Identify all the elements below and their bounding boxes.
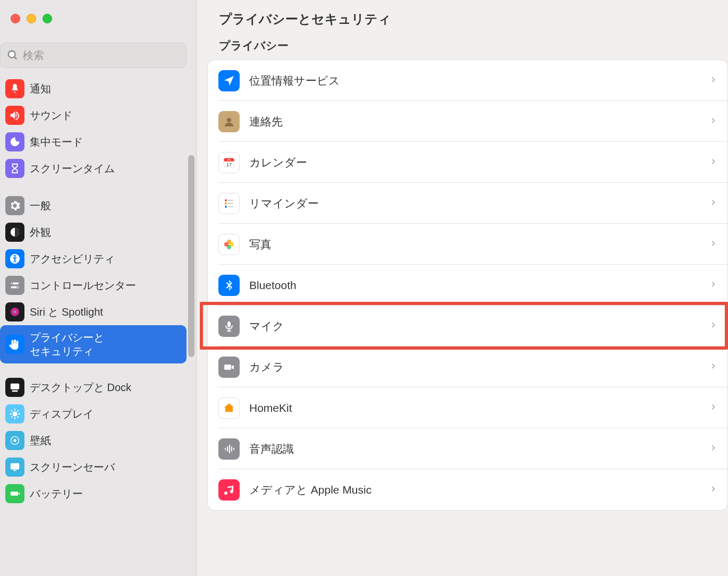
svg-point-26	[225, 202, 227, 205]
sidebar-item-label: 通知	[30, 82, 51, 96]
speaker-icon	[5, 106, 24, 125]
scrollbar-thumb[interactable]	[188, 155, 194, 357]
settings-row-calendar[interactable]: JUL17カレンダー	[208, 142, 727, 183]
svg-rect-38	[229, 445, 230, 453]
sidebar-item-label: サウンド	[30, 108, 72, 122]
chevron-right-icon	[709, 362, 717, 372]
chevron-right-icon	[709, 321, 717, 331]
svg-rect-15	[13, 470, 16, 471]
svg-point-6	[12, 283, 13, 284]
wallpaper-icon	[5, 431, 24, 450]
sidebar-item-label: 一般	[30, 199, 51, 213]
settings-row-camera[interactable]: カメラ	[208, 346, 727, 387]
chevron-right-icon	[709, 76, 717, 86]
music-icon	[218, 479, 240, 501]
dock-icon	[5, 378, 24, 397]
svg-text:JUL: JUL	[227, 159, 232, 161]
svg-rect-16	[11, 492, 19, 495]
gear-icon	[5, 196, 24, 215]
sidebar-item-13[interactable]: スクリーンセーバ	[0, 454, 187, 480]
sidebar-item-10[interactable]: デスクトップと Dock	[0, 374, 187, 401]
sidebar-item-1[interactable]: サウンド	[0, 102, 187, 129]
main-header: プライバシーとセキュリティ	[197, 0, 728, 38]
search-box[interactable]	[0, 43, 187, 68]
sidebar-item-0[interactable]: 通知	[0, 75, 187, 102]
settings-row-label: HomeKit	[249, 402, 709, 414]
sidebar-item-label: プライバシーとセキュリティ	[30, 331, 104, 358]
photos-icon	[218, 234, 240, 255]
settings-row-homekit[interactable]: HomeKit	[208, 387, 727, 428]
settings-row-photos[interactable]: 写真	[208, 224, 727, 265]
sidebar-item-9[interactable]: プライバシーとセキュリティ	[0, 325, 187, 363]
sidebar-item-7[interactable]: コントロールセンター	[0, 272, 187, 299]
sidebar-item-label: スクリーンセーバ	[30, 460, 115, 474]
window-minimize-button[interactable]	[27, 14, 36, 23]
main-content: プライバシーとセキュリティ プライバシー 位置情報サービス連絡先JUL17カレン…	[197, 0, 728, 576]
sidebar-item-6[interactable]: アクセシビリティ	[0, 245, 187, 272]
svg-point-33	[224, 242, 228, 247]
window-maximize-button[interactable]	[43, 14, 52, 23]
waveform-icon	[218, 438, 240, 460]
section-header: プライバシー	[197, 38, 728, 60]
sidebar-item-8[interactable]: Siri と Spotlight	[0, 299, 187, 325]
sidebar-item-label: コントロールセンター	[30, 278, 136, 292]
sidebar-item-12[interactable]: 壁紙	[0, 427, 187, 454]
settings-row-microphone[interactable]: マイク	[208, 306, 727, 346]
settings-row-label: 音声認識	[249, 442, 709, 456]
appearance-icon	[5, 223, 24, 242]
chevron-right-icon	[709, 485, 717, 495]
section-title: プライバシー	[219, 38, 707, 53]
settings-row-label: 写真	[249, 237, 709, 252]
search-input[interactable]	[23, 49, 180, 62]
sidebar-item-label: Siri と Spotlight	[30, 305, 103, 319]
settings-row-contacts[interactable]: 連絡先	[208, 101, 727, 142]
svg-rect-39	[231, 446, 232, 452]
chevron-right-icon	[709, 240, 717, 249]
svg-point-18	[227, 118, 231, 122]
window-controls	[0, 0, 196, 32]
reminders-icon	[218, 193, 240, 214]
moon-icon	[5, 132, 24, 151]
settings-row-label: メディアと Apple Music	[249, 482, 709, 497]
siri-icon	[5, 302, 24, 321]
battery-icon	[5, 484, 24, 503]
sidebar: 通知サウンド集中モードスクリーンタイム一般外観アクセシビリティコントロールセンタ…	[0, 0, 197, 576]
sidebar-item-5[interactable]: 外観	[0, 219, 187, 245]
settings-row-music[interactable]: メディアと Apple Music	[208, 469, 727, 510]
calendar-icon: JUL17	[218, 152, 240, 173]
screensaver-icon	[5, 458, 24, 477]
sidebar-item-2[interactable]: 集中モード	[0, 129, 187, 155]
homekit-icon	[218, 397, 240, 419]
sidebar-list: 通知サウンド集中モードスクリーンタイム一般外観アクセシビリティコントロールセンタ…	[0, 75, 196, 576]
bell-icon	[5, 79, 24, 98]
camera-icon	[218, 357, 240, 378]
sidebar-item-11[interactable]: ディスプレイ	[0, 401, 187, 427]
sidebar-item-label: スクリーンタイム	[30, 162, 115, 175]
chevron-right-icon	[709, 281, 717, 290]
svg-rect-29	[228, 206, 233, 207]
settings-row-waveform[interactable]: 音声認識	[208, 428, 727, 469]
sidebar-item-14[interactable]: バッテリー	[0, 480, 187, 507]
sidebar-item-label: 壁紙	[30, 434, 51, 447]
settings-row-reminders[interactable]: リマインダー	[208, 183, 727, 224]
settings-row-location[interactable]: 位置情報サービス	[208, 60, 727, 101]
window-close-button[interactable]	[11, 14, 20, 23]
bluetooth-icon	[218, 275, 240, 296]
hand-icon	[5, 335, 24, 354]
settings-row-label: Bluetooth	[249, 279, 709, 292]
svg-rect-10	[11, 384, 20, 389]
settings-row-label: カメラ	[249, 360, 709, 375]
svg-point-28	[225, 206, 227, 208]
chevron-right-icon	[709, 199, 717, 208]
sidebar-item-3[interactable]: スクリーンタイム	[0, 155, 187, 182]
settings-row-label: 位置情報サービス	[249, 73, 709, 88]
settings-row-bluetooth[interactable]: Bluetooth	[208, 265, 727, 306]
svg-rect-25	[228, 200, 233, 201]
sidebar-item-label: 外観	[30, 225, 51, 239]
accessibility-icon	[5, 249, 24, 268]
sidebar-item-4[interactable]: 一般	[0, 192, 187, 219]
svg-point-9	[11, 308, 20, 317]
location-icon	[218, 70, 240, 91]
svg-point-13	[13, 439, 16, 442]
search-icon	[7, 49, 19, 61]
